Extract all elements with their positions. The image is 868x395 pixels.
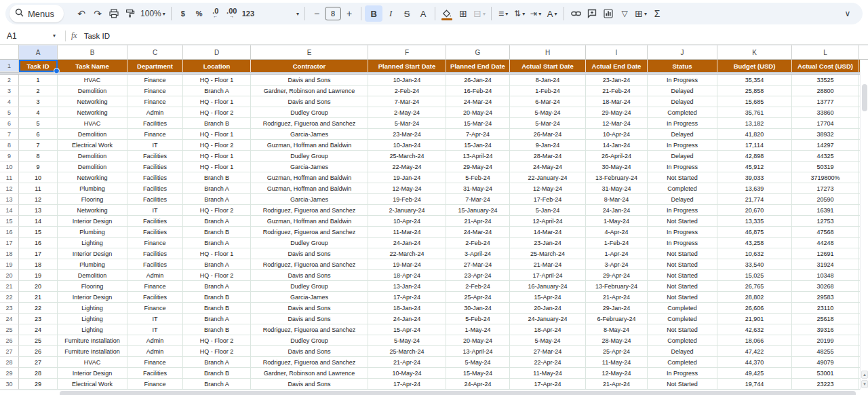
cell-E19[interactable]: Rodriguez, Figueroa and Sanchez — [251, 259, 368, 270]
cell-I3[interactable]: 21-Feb-24 — [586, 86, 648, 96]
cell-H16[interactable]: 14-Mar-24 — [510, 227, 586, 238]
cell-J20[interactable]: Not Started — [648, 270, 717, 281]
cell-F4[interactable]: 7-Mar-24 — [368, 96, 446, 107]
cell-J19[interactable]: Not Started — [648, 259, 717, 270]
cell-D22[interactable]: Branch B — [183, 292, 251, 303]
cell-G22[interactable]: 25-Apr-24 — [446, 292, 510, 303]
cell-C26[interactable]: Admin — [127, 335, 183, 346]
cell-J14[interactable]: In Progress — [648, 205, 717, 216]
cell-J10[interactable]: In Progress — [648, 162, 717, 172]
number-format-button[interactable]: 123 — [240, 5, 256, 22]
functions-button[interactable]: Σ — [649, 5, 665, 22]
cell-J22[interactable]: Not Started — [648, 292, 717, 303]
column-header-I[interactable]: I — [586, 45, 648, 60]
cell-B17[interactable]: Lighting — [58, 238, 127, 248]
cell-L18[interactable]: 12691 — [792, 248, 859, 259]
cell-B6[interactable]: HVAC — [58, 118, 127, 129]
cell-H15[interactable]: 12-April-24 — [510, 216, 586, 227]
cell-E22[interactable]: Garcia-James — [251, 292, 368, 303]
scroll-down-button[interactable]: ▼ — [861, 380, 868, 388]
cell-B27[interactable]: Furniture Installation — [58, 346, 127, 357]
cell-J8[interactable]: In Progress — [648, 140, 717, 151]
header-cell-A1[interactable]: Task ID — [19, 60, 58, 72]
cell-G2[interactable]: 26-Jan-24 — [446, 75, 510, 86]
cell-H29[interactable]: 11-May-24 — [510, 368, 586, 379]
cell-I2[interactable]: 23-Jan-24 — [586, 75, 648, 86]
cell-E6[interactable]: Rodriguez, Figueroa and Sanchez — [251, 118, 368, 129]
cell-A18[interactable]: 17 — [19, 248, 58, 259]
row-header-6[interactable]: 6 — [0, 118, 19, 129]
column-header-D[interactable]: D — [183, 45, 251, 60]
cell-K22[interactable]: 28,802 — [717, 292, 792, 303]
cell-H18[interactable]: 25-March-24 — [510, 248, 586, 259]
cell-K23[interactable]: 26,606 — [717, 303, 792, 314]
column-header-F[interactable]: F — [368, 45, 446, 60]
cell-E12[interactable]: Guzman, Hoffman and Baldwin — [251, 183, 368, 194]
cell-K4[interactable]: 15,685 — [717, 96, 792, 107]
cell-J3[interactable]: Delayed — [648, 86, 717, 96]
cell-F16[interactable]: 11-Mar-24 — [368, 227, 446, 238]
cell-H14[interactable]: 5-Jan-24 — [510, 205, 586, 216]
cell-A24[interactable]: 23 — [19, 314, 58, 324]
cell-G29[interactable]: 15-May-24 — [446, 368, 510, 379]
header-cell-B1[interactable]: Task Name — [58, 60, 127, 72]
cell-G8[interactable]: 15-Jan-24 — [446, 140, 510, 151]
cell-I25[interactable]: 8-May-24 — [586, 324, 648, 335]
cell-A25[interactable]: 24 — [19, 324, 58, 335]
cell-A8[interactable]: 7 — [19, 140, 58, 151]
cell-D16[interactable]: Branch B — [183, 227, 251, 238]
row-header-23[interactable]: 23 — [0, 303, 19, 314]
cell-L15[interactable]: 12753 — [792, 216, 859, 227]
cell-L21[interactable]: 30268 — [792, 281, 859, 292]
cell-C21[interactable]: Finance — [127, 281, 183, 292]
cell-D9[interactable]: HQ - Floor 1 — [183, 151, 251, 162]
cell-K24[interactable]: 21,901 — [717, 314, 792, 324]
italic-button[interactable]: I — [382, 5, 399, 22]
cell-F26[interactable]: 5-May-24 — [368, 335, 446, 346]
cell-E27[interactable]: Davis and Sons — [251, 346, 368, 357]
cell-I29[interactable]: 12-May-24 — [586, 368, 648, 379]
cell-K27[interactable]: 47,422 — [717, 346, 792, 357]
cell-F14[interactable]: 2-January-24 — [368, 205, 446, 216]
cell-K26[interactable]: 18,066 — [717, 335, 792, 346]
cell-J25[interactable]: Not Started — [648, 324, 717, 335]
cell-C28[interactable]: Finance — [127, 357, 183, 368]
cell-C13[interactable]: Facilities — [127, 194, 183, 205]
cell-G11[interactable]: 5-Feb-24 — [446, 172, 510, 183]
cell-D25[interactable]: Branch B — [183, 324, 251, 335]
table-tools-button[interactable]: ⊞ ▾ — [633, 5, 649, 22]
cell-B8[interactable]: Electrical Work — [58, 140, 127, 151]
header-cell-G1[interactable]: Planned End Date — [446, 60, 510, 72]
cell-D23[interactable]: Branch B — [183, 303, 251, 314]
cell-F15[interactable]: 10-Apr-24 — [368, 216, 446, 227]
cell-G18[interactable]: 3-April-24 — [446, 248, 510, 259]
cell-I15[interactable]: 1-May-24 — [586, 216, 648, 227]
cell-J23[interactable]: Completed — [648, 303, 717, 314]
cell-J6[interactable]: In Progress — [648, 118, 717, 129]
cell-B4[interactable]: Networking — [58, 96, 127, 107]
cell-L28[interactable]: 49079 — [792, 357, 859, 368]
header-cell-L1[interactable]: Actual Cost (USD) — [792, 60, 859, 72]
cell-L24[interactable]: 25618 — [792, 314, 859, 324]
cell-A4[interactable]: 3 — [19, 96, 58, 107]
cell-K16[interactable]: 46,875 — [717, 227, 792, 238]
cell-B23[interactable]: Lighting — [58, 303, 127, 314]
vertical-align-button[interactable]: ⇅ ▾ — [511, 5, 528, 22]
cell-G25[interactable]: 1-May-24 — [446, 324, 510, 335]
borders-button[interactable]: ⊞ — [455, 5, 471, 22]
cell-G17[interactable]: 2-Feb-24 — [446, 238, 510, 248]
cell-J2[interactable]: In Progress — [648, 75, 717, 86]
cell-A28[interactable]: 27 — [19, 357, 58, 368]
increase-decimal-button[interactable]: .00→ — [224, 5, 240, 22]
format-currency-button[interactable]: $ — [175, 5, 191, 22]
cell-B20[interactable]: Demolition — [58, 270, 127, 281]
cell-B21[interactable]: Flooring — [58, 281, 127, 292]
cell-C9[interactable]: Facilities — [127, 151, 183, 162]
cell-F2[interactable]: 10-Jan-24 — [368, 75, 446, 86]
cell-L12[interactable]: 17273 — [792, 183, 859, 194]
cell-F28[interactable]: 21-Apr-24 — [368, 357, 446, 368]
cell-F7[interactable]: 23-Mar-24 — [368, 129, 446, 140]
cell-F9[interactable]: 25-March-24 — [368, 151, 446, 162]
cell-A10[interactable]: 9 — [19, 162, 58, 172]
cell-B11[interactable]: Networking — [58, 172, 127, 183]
